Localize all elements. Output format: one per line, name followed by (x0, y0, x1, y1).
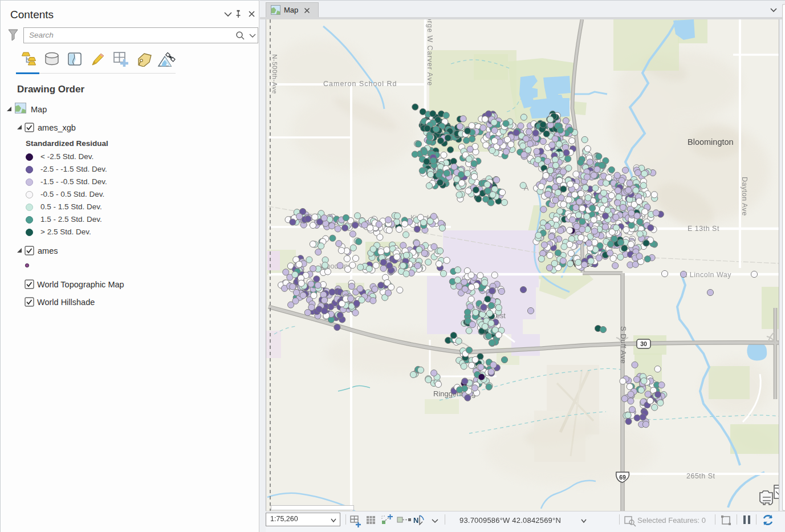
svg-text:Bloomington: Bloomington (688, 137, 734, 147)
svg-text:N-500th-Ave: N-500th-Ave (271, 54, 278, 94)
svg-text:E Lincoln Way: E Lincoln Way (682, 271, 731, 279)
svg-text:69: 69 (619, 474, 626, 481)
svg-text:Dayton Ave: Dayton Ave (741, 177, 749, 216)
svg-text:George W Carver Ave: George W Carver Ave (426, 19, 434, 86)
svg-text:N: N (413, 516, 418, 525)
svg-text:E 13th St: E 13th St (688, 225, 719, 233)
svg-text:Cameron School Rd: Cameron School Rd (323, 80, 397, 88)
svg-text:265th St: 265th St (686, 472, 715, 480)
svg-text:30: 30 (640, 340, 647, 347)
svg-text:S Duff Ave: S Duff Ave (619, 326, 628, 364)
